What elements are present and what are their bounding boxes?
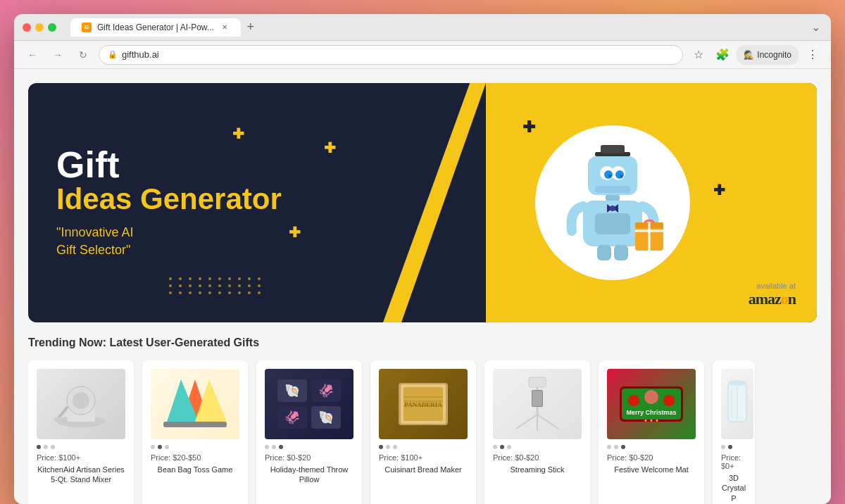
dots-bottom-left	[169, 277, 263, 294]
svg-rect-18	[597, 245, 611, 260]
product-price-1: Price: $100+	[37, 453, 125, 462]
lock-icon: 🔒	[108, 50, 118, 59]
product-name-6: Festive Welcome Mat	[607, 465, 696, 474]
product-image-4: PANADERIA	[379, 369, 468, 439]
product-card-2[interactable]: Price: $20-$50 Bean Bag Toss Game	[142, 360, 248, 504]
svg-rect-13	[595, 213, 630, 234]
svg-rect-1	[601, 145, 625, 153]
decoration-plus-1: ✚	[232, 125, 244, 142]
bookmark-button[interactable]: ☆	[689, 45, 708, 65]
active-tab[interactable]: G Gift Ideas Generator | AI-Pow... ✕	[70, 18, 241, 37]
maximize-traffic-light[interactable]	[48, 23, 56, 32]
product-price-4: Price: $100+	[379, 453, 468, 462]
svg-point-12	[610, 206, 615, 211]
dot	[728, 445, 732, 449]
dot	[379, 445, 383, 449]
product-dots-3	[265, 445, 353, 449]
svg-rect-29	[163, 422, 227, 427]
product-price-2: Price: $20-$50	[151, 453, 239, 462]
hero-banner: ✚ ✚ ✚ ✚ ✚ Gift Ideas Generator "Innovati…	[28, 83, 817, 322]
close-traffic-light[interactable]	[23, 23, 31, 32]
back-button[interactable]: ←	[23, 45, 42, 65]
decoration-plus-5: ✚	[713, 182, 725, 199]
svg-text:🐚: 🐚	[284, 383, 301, 398]
svg-rect-10	[606, 195, 620, 201]
forward-button[interactable]: →	[48, 45, 68, 65]
tab-bar: G Gift Ideas Generator | AI-Pow... ✕ +	[70, 18, 803, 37]
dot	[507, 445, 511, 449]
dot	[158, 445, 162, 449]
browser-titlebar: G Gift Ideas Generator | AI-Pow... ✕ + ⌄	[14, 14, 831, 41]
robot-svg	[556, 139, 669, 266]
svg-rect-51	[532, 391, 542, 406]
product-image-5	[493, 369, 582, 439]
incognito-icon: 🕵	[744, 50, 754, 60]
dot	[165, 445, 169, 449]
window-controls-button[interactable]: ⌄	[808, 20, 822, 34]
refresh-button[interactable]: ↻	[73, 45, 93, 65]
dot	[493, 445, 497, 449]
product-image-6: Merry Christmas ✦ ✦ ✦	[607, 369, 696, 439]
hero-dark-triangle	[401, 83, 486, 322]
products-row: Price: $100+ KitchenAid Artisan Series 5…	[28, 360, 817, 504]
product-card-3[interactable]: 🐚 🦑 🦑 🐚 Price: $0-$20 Holiday-themed Thr…	[256, 360, 362, 504]
svg-text:✦ ✦ ✦: ✦ ✦ ✦	[644, 418, 659, 423]
product-name-5: Streaming Stick	[493, 465, 582, 474]
svg-point-6	[615, 170, 624, 179]
hero-subtitle-line1: "Innovative AI	[56, 225, 133, 239]
product-dots-4	[379, 445, 468, 449]
dot	[272, 445, 276, 449]
svg-line-46	[516, 415, 537, 429]
dot	[51, 445, 55, 449]
product-card-5[interactable]: Price: $0-$20 Streaming Stick	[484, 360, 590, 504]
product-name-4: Cuisinart Bread Maker	[379, 465, 468, 474]
svg-point-60	[728, 380, 746, 386]
product-dots-6	[607, 445, 696, 449]
svg-text:🦑: 🦑	[318, 383, 334, 398]
dot	[386, 445, 390, 449]
svg-text:🐚: 🐚	[318, 410, 334, 425]
tab-close-button[interactable]: ✕	[220, 23, 230, 32]
minimize-traffic-light[interactable]	[35, 23, 44, 32]
product-image-1	[37, 369, 125, 439]
dot	[721, 445, 725, 449]
svg-point-55	[644, 390, 658, 404]
amazon-badge: available at amazon	[749, 282, 796, 308]
menu-button[interactable]: ⋮	[803, 45, 822, 65]
tab-title: Gift Ideas Generator | AI-Pow...	[97, 23, 214, 32]
robot-circle	[535, 125, 690, 280]
decoration-plus-4: ✚	[522, 118, 535, 137]
product-dots-5	[493, 445, 582, 449]
svg-point-5	[604, 170, 613, 179]
incognito-badge: 🕵 Incognito	[737, 45, 799, 65]
hero-text: Gift Ideas Generator "Innovative AI Gift…	[56, 146, 282, 260]
svg-point-54	[628, 395, 639, 406]
available-at-text: available at	[749, 282, 796, 290]
dot	[614, 445, 618, 449]
product-card-4[interactable]: PANADERIA Price: $100+ Cuisinart Bread M…	[370, 360, 476, 504]
product-card-6[interactable]: Merry Christmas ✦ ✦ ✦ Price: $0-$20 Fest…	[599, 360, 704, 504]
decoration-plus-2: ✚	[324, 139, 336, 156]
dot	[151, 445, 155, 449]
product-card-7[interactable]: Price: $0+ 3D Crystal P	[713, 360, 755, 504]
product-dots-1	[37, 445, 125, 449]
browser-window: G Gift Ideas Generator | AI-Pow... ✕ + ⌄…	[14, 14, 831, 504]
address-bar[interactable]: 🔒 gifthub.ai	[99, 45, 683, 65]
dot	[44, 445, 48, 449]
extensions-button[interactable]: 🧩	[713, 45, 732, 65]
product-price-5: Price: $0-$20	[493, 453, 582, 462]
product-dots-7	[721, 445, 746, 449]
product-card-1[interactable]: Price: $100+ KitchenAid Artisan Series 5…	[28, 360, 134, 504]
hero-title-gift: Gift	[56, 146, 282, 183]
new-tab-button[interactable]: +	[241, 18, 261, 37]
product-dots-2	[151, 445, 239, 449]
tab-favicon: G	[82, 23, 92, 32]
hero-subtitle: "Innovative AI Gift Selector"	[56, 224, 282, 259]
svg-line-47	[537, 415, 558, 429]
svg-point-7	[608, 175, 611, 177]
trending-section: Trending Now: Latest User-Generated Gift…	[28, 322, 817, 504]
svg-point-25	[54, 417, 63, 422]
svg-point-56	[663, 395, 675, 406]
product-image-7	[721, 369, 753, 439]
svg-point-23	[73, 392, 89, 409]
